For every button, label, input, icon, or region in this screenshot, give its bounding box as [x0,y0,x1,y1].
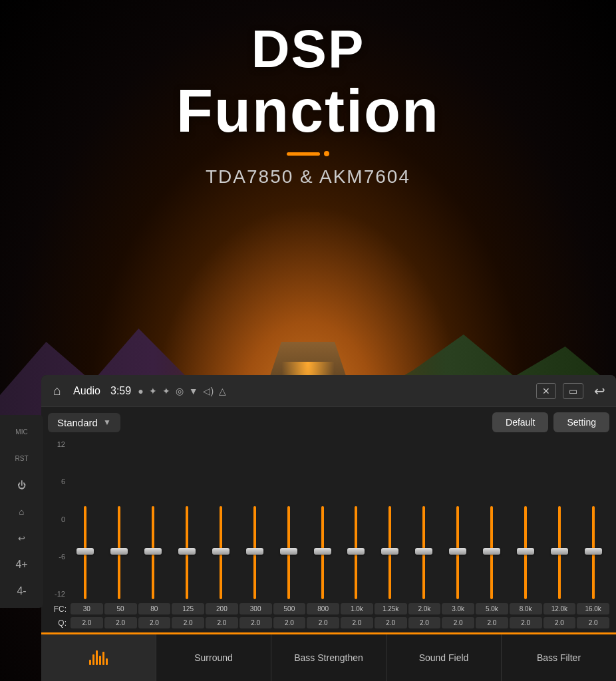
fc-val-4[interactable]: 200 [206,603,238,614]
slider-thumb-8[interactable] [347,548,365,555]
fc-val-11[interactable]: 3.0k [442,603,474,614]
eq-band-5[interactable] [238,506,271,599]
eq-sliders [69,438,609,601]
slider-thumb-4[interactable] [212,548,230,555]
eq-band-3[interactable] [171,506,204,599]
q-val-10[interactable]: 2.0 [408,617,441,628]
q-val-1[interactable]: 2.0 [104,617,137,628]
fc-val-7[interactable]: 800 [307,603,339,614]
q-val-12[interactable]: 2.0 [476,617,508,628]
dropdown-arrow-icon: ▼ [103,418,111,427]
q-val-14[interactable]: 2.0 [543,617,576,628]
mic-btn[interactable]: MIC [6,420,38,443]
top-bar: ⌂ Audio 3:59 ● ✦ ✦ ◎ ▼ ◁) △ ✕ ▭ ↩ [41,375,616,407]
slider-track-11 [456,506,459,599]
fc-val-1[interactable]: 50 [104,603,137,614]
power-btn[interactable]: ⏻ [6,474,38,496]
eq-band-4[interactable] [205,506,237,599]
q-val-4[interactable]: 2.0 [206,617,238,628]
slider-thumb-7[interactable] [314,548,331,555]
fc-val-0[interactable]: 30 [71,603,103,614]
fc-val-15[interactable]: 16.0k [577,603,609,614]
eq-band-1[interactable] [103,506,136,599]
fc-val-2[interactable]: 80 [138,603,171,614]
eq-band-12[interactable] [476,506,508,599]
slider-thumb-0[interactable] [77,548,94,555]
vol-up-btn[interactable]: 4+ [6,553,38,576]
rst-btn[interactable]: RST [6,447,38,470]
tab-bass-filter[interactable]: Bass Filter [502,634,616,681]
tab-eq[interactable] [41,634,156,681]
tab-surround[interactable]: Surround [156,634,271,681]
q-val-7[interactable]: 2.0 [307,617,339,628]
slider-track-0 [84,506,86,599]
orange-line [287,152,320,156]
eq-band-6[interactable] [272,506,305,599]
tab-bass-label: Bass Strengthen [294,652,363,663]
eq-band-8[interactable] [340,506,373,599]
slider-thumb-3[interactable] [178,548,196,555]
vol-down-btn[interactable]: 4- [6,580,38,603]
bottom-tabs: Surround Bass Strengthen Sound Field Bas… [41,634,616,681]
slider-track-9 [388,506,391,599]
eq-band-0[interactable] [69,506,102,599]
slider-thumb-9[interactable] [381,548,398,555]
q-val-0[interactable]: 2.0 [71,617,103,628]
back-btn[interactable]: ↩ [590,382,609,400]
tab-sound-field[interactable]: Sound Field [386,634,502,681]
slider-thumb-13[interactable] [517,548,534,555]
slider-thumb-5[interactable] [246,548,263,555]
fc-val-13[interactable]: 8.0k [510,603,542,614]
header-section: DSP Function TDA7850 & AKM7604 [0,0,616,188]
fc-val-12[interactable]: 5.0k [476,603,508,614]
fc-val-9[interactable]: 1.25k [375,603,407,614]
fc-val-6[interactable]: 500 [273,603,306,614]
fc-val-3[interactable]: 125 [172,603,204,614]
q-val-11[interactable]: 2.0 [442,617,474,628]
orange-dot [324,151,329,156]
q-val-3[interactable]: 2.0 [172,617,204,628]
fc-val-10[interactable]: 2.0k [408,603,441,614]
eq-band-9[interactable] [374,506,406,599]
home-side-btn[interactable]: ⌂ [6,500,38,523]
eq-band-2[interactable] [137,506,170,599]
dsp-title: DSP [0,20,616,78]
back-side-btn[interactable]: ↩ [6,527,38,549]
eq-band-14[interactable] [543,506,575,599]
eq-band-10[interactable] [408,506,440,599]
q-val-15[interactable]: 2.0 [577,617,609,628]
slider-thumb-6[interactable] [280,548,297,555]
preset-dropdown[interactable]: Standard ▼ [48,413,120,432]
eq-band-7[interactable] [306,506,339,599]
window-btn[interactable]: ▭ [563,383,583,399]
slider-track-10 [422,506,425,599]
close-btn[interactable]: ✕ [536,383,556,399]
slider-thumb-2[interactable] [144,548,162,555]
fc-val-5[interactable]: 300 [239,603,272,614]
eq-band-15[interactable] [577,506,609,599]
slider-thumb-1[interactable] [110,548,128,555]
eq-band-11[interactable] [442,506,474,599]
tab-bass-strengthen[interactable]: Bass Strengthen [271,634,386,681]
slider-thumb-11[interactable] [449,548,466,555]
slider-thumb-12[interactable] [483,548,500,555]
q-val-8[interactable]: 2.0 [341,617,373,628]
eq-icon [89,650,108,665]
slider-thumb-10[interactable] [415,548,432,555]
slider-thumb-15[interactable] [585,548,602,555]
setting-button[interactable]: Setting [553,412,609,432]
fc-val-8[interactable]: 1.0k [341,603,373,614]
slider-track-6 [287,506,290,599]
clock: 3:59 [110,385,131,397]
q-val-9[interactable]: 2.0 [375,617,407,628]
fc-val-14[interactable]: 12.0k [543,603,576,614]
slider-track-2 [152,506,154,599]
slider-thumb-14[interactable] [551,548,568,555]
q-val-6[interactable]: 2.0 [273,617,306,628]
q-val-5[interactable]: 2.0 [239,617,272,628]
default-button[interactable]: Default [492,412,548,432]
eq-band-13[interactable] [509,506,541,599]
home-btn[interactable]: ⌂ [48,380,67,401]
q-val-13[interactable]: 2.0 [510,617,542,628]
q-val-2[interactable]: 2.0 [138,617,171,628]
